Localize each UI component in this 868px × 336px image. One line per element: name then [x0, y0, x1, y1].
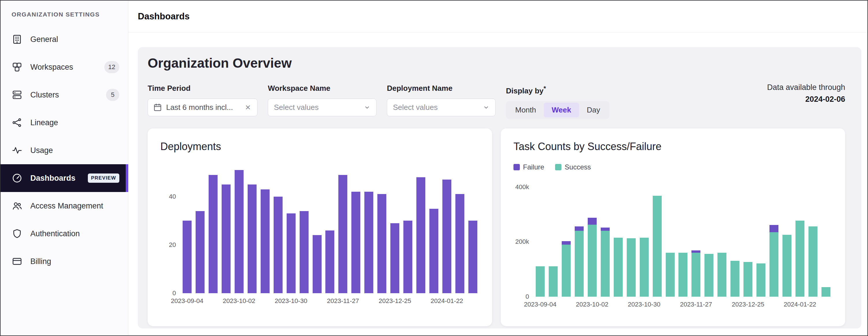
bar[interactable] — [547, 181, 560, 297]
bar[interactable] — [453, 168, 466, 293]
bar[interactable] — [651, 181, 664, 297]
page-title: Dashboards — [138, 11, 190, 22]
deployment-select[interactable]: Select values — [387, 99, 496, 116]
x-tick-label: 2023-10-02 — [223, 297, 255, 305]
display-by-segmented-control: Month Week Day — [506, 101, 610, 119]
bar[interactable] — [676, 181, 689, 297]
bar-segment-failure — [588, 218, 597, 225]
bar-segment-value — [338, 175, 347, 293]
bar-segment-success — [743, 262, 752, 297]
bar[interactable] — [258, 168, 272, 293]
bar[interactable] — [375, 168, 389, 293]
time-period-label: Time Period — [148, 84, 257, 92]
display-by-day-button[interactable]: Day — [579, 103, 608, 117]
bar[interactable] — [638, 181, 651, 297]
bar[interactable] — [194, 168, 207, 293]
time-period-picker[interactable]: Last 6 months incl... ✕ — [148, 99, 257, 116]
display-by-month-button[interactable]: Month — [507, 103, 544, 117]
bar[interactable] — [440, 168, 453, 293]
bar[interactable] — [806, 181, 819, 297]
bar[interactable] — [323, 168, 336, 293]
bar-segment-value — [313, 235, 321, 293]
bar[interactable] — [768, 181, 780, 297]
bar[interactable] — [689, 181, 703, 297]
bar[interactable] — [664, 181, 677, 297]
bar[interactable] — [232, 168, 246, 293]
bar[interactable] — [625, 181, 638, 297]
bar[interactable] — [466, 168, 479, 293]
bar[interactable] — [599, 181, 612, 297]
dashboard-title: Organization Overview — [148, 56, 845, 71]
bar[interactable] — [311, 168, 323, 293]
sidebar-item-usage[interactable]: Usage — [1, 137, 128, 164]
workspace-label: Workspace Name — [268, 84, 376, 92]
bar-segment-success — [678, 253, 687, 297]
bar[interactable] — [414, 168, 427, 293]
sidebar-item-label: Access Management — [30, 201, 103, 211]
workspace-select[interactable]: Select values — [268, 99, 376, 116]
charts-row: Deployments 02040 2023-09-042023-10-0220… — [148, 129, 845, 326]
sidebar-item-clusters[interactable]: Clusters 5 — [1, 81, 128, 109]
x-tick-label: 2023-10-02 — [576, 301, 609, 308]
bar[interactable] — [715, 181, 728, 297]
bar-segment-failure — [562, 241, 571, 244]
x-tick-label: 2023-11-27 — [680, 301, 712, 308]
bar-segment-success — [691, 253, 701, 297]
chart-legend: Failure Success — [514, 163, 833, 171]
credit-card-icon — [11, 256, 23, 267]
sidebar-item-billing[interactable]: Billing — [1, 248, 128, 275]
bar[interactable] — [534, 181, 547, 297]
server-stack-icon — [11, 89, 23, 100]
workspaces-count-badge: 12 — [104, 61, 119, 73]
bar[interactable] — [401, 168, 414, 293]
sidebar-item-general[interactable]: General — [1, 25, 128, 53]
bar[interactable] — [780, 181, 794, 297]
bar[interactable] — [362, 168, 375, 293]
bar[interactable] — [728, 181, 741, 297]
bar[interactable] — [427, 168, 440, 293]
bar[interactable] — [741, 181, 754, 297]
display-by-week-button[interactable]: Week — [544, 103, 579, 117]
data-available-label: Data available through — [767, 82, 845, 93]
bar[interactable] — [272, 168, 285, 293]
bar[interactable] — [754, 181, 768, 297]
legend-item-success: Success — [555, 163, 591, 171]
lineage-graph-icon — [11, 117, 23, 128]
bar[interactable] — [389, 168, 401, 293]
bar[interactable] — [298, 168, 311, 293]
x-axis: 2023-09-042023-10-022023-10-302023-11-27… — [181, 297, 479, 306]
display-by-label: Display by* — [506, 84, 610, 95]
sidebar-item-access-management[interactable]: Access Management — [1, 192, 128, 220]
data-available-date: 2024-02-06 — [767, 93, 845, 105]
plot-column: 2023-09-042023-10-022023-10-302023-11-27… — [181, 168, 479, 306]
bar[interactable] — [220, 168, 232, 293]
bar[interactable] — [336, 168, 349, 293]
bar-segment-value — [274, 197, 283, 293]
bar-segment-value — [351, 192, 360, 293]
bar[interactable] — [794, 181, 806, 297]
sidebar-item-workspaces[interactable]: Workspaces 12 — [1, 53, 128, 81]
bar[interactable] — [246, 168, 258, 293]
plot-column: 2023-09-042023-10-022023-10-302023-11-27… — [534, 181, 833, 309]
sidebar-item-label: Billing — [30, 257, 51, 266]
bar[interactable] — [285, 168, 298, 293]
sidebar-item-label: Dashboards — [30, 174, 75, 183]
bar-segment-value — [260, 189, 270, 293]
clear-filter-icon[interactable]: ✕ — [244, 103, 252, 112]
x-tick-label: 2023-10-30 — [628, 301, 660, 308]
sidebar-item-dashboards[interactable]: Dashboards PREVIEW — [1, 164, 128, 192]
chart-title: Deployments — [160, 141, 479, 153]
bar[interactable] — [349, 168, 362, 293]
bar-segment-value — [468, 221, 477, 293]
bar[interactable] — [573, 181, 586, 297]
sidebar-item-authentication[interactable]: Authentication — [1, 220, 128, 248]
bar[interactable] — [586, 181, 599, 297]
plot-area — [181, 168, 479, 293]
bar[interactable] — [703, 181, 715, 297]
bar[interactable] — [181, 168, 194, 293]
bar[interactable] — [612, 181, 625, 297]
bar[interactable] — [207, 168, 220, 293]
sidebar-item-lineage[interactable]: Lineage — [1, 109, 128, 137]
bar[interactable] — [560, 181, 573, 297]
bar[interactable] — [819, 181, 833, 297]
